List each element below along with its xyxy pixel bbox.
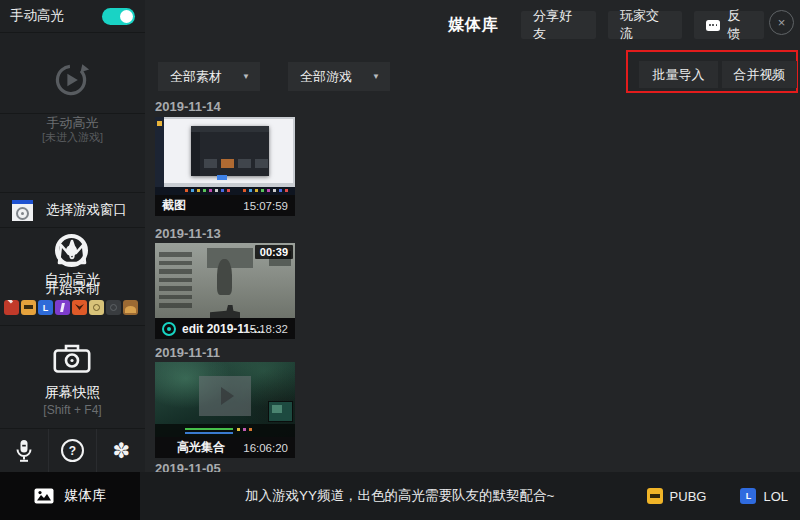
date-header: 2019-11-14 — [155, 99, 221, 114]
hearthstone-game-icon — [123, 300, 138, 315]
toggle-knob — [120, 10, 133, 23]
game-filter-dropdown[interactable]: 全部游戏 ▼ — [288, 62, 390, 91]
game-window-icon — [12, 200, 33, 221]
auto-highlight-label: 自动高光 — [0, 271, 145, 289]
media-item-time: 15:07:59 — [243, 200, 288, 212]
sidebar-item-auto-highlight[interactable]: 自动高光 L — [0, 229, 145, 326]
sidebar-item-start-record[interactable]: 开始录制 — [0, 114, 145, 193]
player-community-button[interactable]: 玩家交流 — [608, 11, 682, 39]
snapshot-label: 屏幕快照 — [0, 384, 145, 402]
fortnite-game-icon — [55, 300, 70, 315]
select-game-window-label: 选择游戏窗口 — [46, 201, 127, 219]
merge-video-button[interactable]: 合并视频 — [722, 61, 797, 88]
manual-highlight-title: 手动高光 — [10, 7, 64, 25]
sidebar-item-select-game-window[interactable]: 选择游戏窗口 — [0, 193, 145, 228]
manual-highlight-header: 手动高光 — [0, 0, 145, 33]
close-button[interactable]: × — [769, 10, 794, 35]
game-badges: PUBG L LOL — [647, 472, 788, 520]
close-icon: × — [778, 15, 786, 30]
lol-icon: L — [740, 488, 756, 504]
dota2-game-icon — [4, 300, 19, 315]
sidebar-item-manual-highlight[interactable]: 手动高光 [未进入游戏] — [0, 34, 145, 114]
lol-badge[interactable]: L LOL — [740, 488, 788, 504]
bottom-bar: 媒体库 加入游戏YY频道，出色的高光需要队友的默契配合~ PUBG L LOL — [0, 472, 800, 520]
help-icon: ? — [61, 439, 84, 462]
media-item-time: 15:18:32 — [243, 323, 288, 335]
media-item-screenshot[interactable]: 截图 15:07:59 — [155, 117, 295, 216]
date-header: 2019-11-13 — [155, 226, 221, 241]
app-window: 手动高光 手动高光 [未进入游戏] 开始录制 选择游戏窗口 — [0, 0, 800, 520]
lol-game-icon: L — [38, 300, 53, 315]
media-item-lol-collection[interactable]: 高光集合 16:06:20 — [155, 362, 295, 458]
camera-icon — [53, 343, 91, 374]
media-item-title: 高光集合 — [177, 439, 225, 456]
duration-badge: 00:39 — [255, 245, 293, 259]
snapshot-hotkey: [Shift + F4] — [0, 403, 145, 417]
chevron-down-icon: ▼ — [372, 72, 380, 81]
settings-button[interactable]: ✽ — [97, 429, 145, 472]
share-friends-button[interactable]: 分享好友 — [521, 11, 596, 39]
screenshot-thumbnail — [155, 117, 295, 195]
microphone-icon — [15, 439, 33, 463]
batch-import-button[interactable]: 批量导入 — [639, 61, 718, 88]
help-button[interactable]: ? — [49, 429, 98, 472]
chat-bubble-icon — [706, 20, 720, 31]
image-icon — [34, 488, 54, 504]
media-library-tab-label: 媒体库 — [64, 487, 106, 505]
play-overlay-icon — [199, 376, 251, 416]
manual-highlight-toggle[interactable] — [102, 8, 135, 25]
date-header: 2019-11-11 — [155, 345, 220, 360]
media-item-pubg-clip[interactable]: 00:39 edit 2019-11-... 15:18:32 — [155, 243, 295, 339]
page-title: 媒体库 — [448, 15, 499, 36]
feedback-button[interactable]: 反馈 — [694, 11, 764, 39]
media-item-title: 截图 — [162, 197, 186, 214]
pubg-clip-thumbnail: 00:39 — [155, 243, 295, 318]
yy-channel-tip: 加入游戏YY频道，出色的高光需要队友的默契配合~ — [245, 472, 554, 520]
microphone-button[interactable] — [0, 429, 49, 472]
crossfire-game-icon — [72, 300, 87, 315]
sidebar: 手动高光 手动高光 [未进入游戏] 开始录制 选择游戏窗口 — [0, 0, 145, 472]
csgo-game-icon — [89, 300, 104, 315]
inactive-game-icon — [106, 300, 121, 315]
tab-media-library[interactable]: 媒体库 — [0, 472, 140, 520]
lol-clip-thumbnail — [155, 362, 295, 437]
sidebar-footer: ? ✽ — [0, 429, 145, 472]
pubg-badge[interactable]: PUBG — [647, 488, 707, 504]
supported-games-row: L — [4, 300, 138, 315]
highlight-marker-icon — [162, 322, 176, 336]
crown-icon — [54, 238, 90, 268]
sidebar-item-screen-snapshot[interactable]: 屏幕快照 [Shift + F4] — [0, 326, 145, 429]
minimap — [268, 401, 293, 422]
chevron-down-icon: ▼ — [242, 72, 250, 81]
pubg-icon — [647, 488, 663, 504]
gear-icon: ✽ — [112, 440, 130, 461]
material-filter-dropdown[interactable]: 全部素材 ▼ — [158, 62, 260, 91]
media-item-time: 16:06:20 — [243, 442, 288, 454]
pubg-game-icon — [21, 300, 36, 315]
replay-play-icon — [52, 61, 90, 99]
